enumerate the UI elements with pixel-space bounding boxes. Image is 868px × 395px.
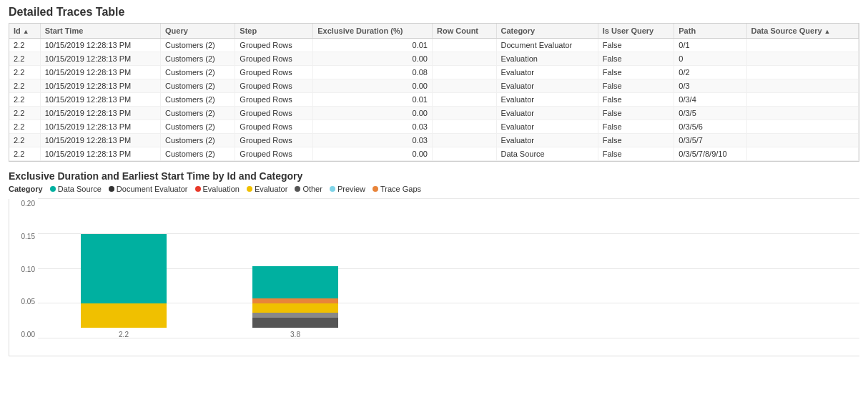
table-cell: 0/3/5/6 bbox=[674, 120, 746, 134]
table-cell: Document Evaluator bbox=[496, 39, 598, 52]
table-cell: 0/1 bbox=[674, 39, 746, 52]
legend-dot bbox=[295, 186, 300, 192]
table-cell bbox=[746, 39, 858, 52]
table-row: 2.210/15/2019 12:28:13 PMCustomers (2)Gr… bbox=[9, 120, 859, 134]
table-cell: Grouped Rows bbox=[235, 52, 313, 66]
legend-item: Preview bbox=[330, 185, 365, 193]
table-cell: 2.2 bbox=[9, 147, 40, 161]
table-cell: 0.08 bbox=[313, 66, 433, 79]
table-cell: False bbox=[598, 52, 674, 66]
table-cell: 10/15/2019 12:28:13 PM bbox=[40, 39, 160, 52]
col-query[interactable]: Query bbox=[161, 24, 235, 39]
legend-label: Evaluator bbox=[255, 185, 287, 193]
table-cell bbox=[432, 39, 496, 52]
col-exclusive-duration[interactable]: Exclusive Duration (%) bbox=[313, 24, 433, 39]
table-cell: False bbox=[598, 120, 674, 134]
col-start-time[interactable]: Start Time bbox=[40, 24, 160, 39]
chart-title: Exclusive Duration and Earliest Start Ti… bbox=[9, 170, 859, 182]
table-cell: False bbox=[598, 39, 674, 52]
bar-segment bbox=[252, 318, 338, 328]
table-cell: False bbox=[598, 66, 674, 79]
col-data-source-query[interactable]: Data Source Query ▲ bbox=[746, 24, 858, 39]
legend-dot bbox=[109, 186, 114, 192]
table-cell: 0.03 bbox=[313, 120, 433, 134]
table-cell: 10/15/2019 12:28:13 PM bbox=[40, 134, 160, 147]
legend-item: Trace Gaps bbox=[373, 185, 421, 193]
table-cell bbox=[746, 79, 858, 93]
table-cell: 2.2 bbox=[9, 79, 40, 93]
table-wrapper[interactable]: Id ▲ Start Time Query Step Exclusive Dur… bbox=[9, 23, 859, 162]
col-id[interactable]: Id ▲ bbox=[9, 24, 40, 39]
legend-item: Other bbox=[295, 185, 322, 193]
table-cell: Customers (2) bbox=[161, 120, 235, 134]
table-cell: Grouped Rows bbox=[235, 66, 313, 79]
table-cell: 0/3/5/7/8/9/10 bbox=[674, 147, 746, 161]
table-cell bbox=[432, 147, 496, 161]
legend-item: Evaluator bbox=[247, 185, 287, 193]
table-row: 2.210/15/2019 12:28:13 PMCustomers (2)Gr… bbox=[9, 79, 859, 93]
table-cell: Evaluator bbox=[496, 107, 598, 120]
table-cell: Customers (2) bbox=[161, 52, 235, 66]
table-cell bbox=[432, 120, 496, 134]
bar-segment bbox=[81, 234, 167, 303]
table-cell: 10/15/2019 12:28:13 PM bbox=[40, 107, 160, 120]
bar-group: 2.2 bbox=[81, 234, 167, 338]
col-category[interactable]: Category bbox=[496, 24, 598, 39]
legend-label: Evaluation bbox=[203, 185, 240, 193]
table-cell bbox=[746, 134, 858, 147]
legend-dot bbox=[373, 186, 378, 192]
table-cell: 10/15/2019 12:28:13 PM bbox=[40, 52, 160, 66]
legend-label: Data Source bbox=[58, 185, 102, 193]
col-is-user-query[interactable]: Is User Query bbox=[598, 24, 674, 39]
col-step[interactable]: Step bbox=[235, 24, 313, 39]
legend-item: Document Evaluator bbox=[109, 185, 188, 193]
legend-label: Preview bbox=[337, 185, 365, 193]
table-cell: Grouped Rows bbox=[235, 93, 313, 107]
table-cell: 0.03 bbox=[313, 134, 433, 147]
table-cell bbox=[746, 66, 858, 79]
table-cell: Evaluator bbox=[496, 120, 598, 134]
y-label-4: 0.20 bbox=[9, 200, 35, 208]
col-path[interactable]: Path bbox=[674, 24, 746, 39]
table-cell: Evaluator bbox=[496, 93, 598, 107]
bar-stack bbox=[81, 234, 167, 328]
table-cell: Evaluator bbox=[496, 134, 598, 147]
y-label-0: 0.00 bbox=[9, 331, 35, 338]
table-cell: Grouped Rows bbox=[235, 134, 313, 147]
legend-dot bbox=[330, 186, 335, 192]
bar-segment bbox=[252, 303, 338, 313]
table-cell: 10/15/2019 12:28:13 PM bbox=[40, 79, 160, 93]
table-cell: 0.00 bbox=[313, 79, 433, 93]
col-row-count[interactable]: Row Count bbox=[432, 24, 496, 39]
legend-dot bbox=[50, 186, 56, 192]
table-cell: 0.00 bbox=[313, 147, 433, 161]
table-cell: 0/3/5/7 bbox=[674, 134, 746, 147]
legend-dot bbox=[247, 186, 252, 192]
legend-item: Evaluation bbox=[195, 185, 240, 193]
table-cell: Evaluator bbox=[496, 66, 598, 79]
table-cell bbox=[746, 52, 858, 66]
table-cell: Grouped Rows bbox=[235, 107, 313, 120]
table-cell: Evaluator bbox=[496, 79, 598, 93]
table-cell: 0/3 bbox=[674, 79, 746, 93]
table-cell: False bbox=[598, 79, 674, 93]
y-label-2: 0.10 bbox=[9, 266, 35, 273]
chart-area: 0.00 0.05 0.10 0.15 0.20 2.23.8 bbox=[9, 199, 859, 356]
table-cell: 0/3/4 bbox=[674, 93, 746, 107]
table-cell: Grouped Rows bbox=[235, 147, 313, 161]
legend-items: Data SourceDocument EvaluatorEvaluationE… bbox=[50, 185, 421, 193]
table-row: 2.210/15/2019 12:28:13 PMCustomers (2)Gr… bbox=[9, 147, 859, 161]
y-label-3: 0.15 bbox=[9, 233, 35, 240]
legend-item: Data Source bbox=[50, 185, 102, 193]
bar-stack bbox=[252, 266, 338, 328]
table-cell: Grouped Rows bbox=[235, 79, 313, 93]
table-cell: 0 bbox=[674, 52, 746, 66]
table-cell: Customers (2) bbox=[161, 79, 235, 93]
bar-segment bbox=[81, 303, 167, 328]
table-cell: 10/15/2019 12:28:13 PM bbox=[40, 120, 160, 134]
legend-dot bbox=[195, 186, 201, 192]
table-cell bbox=[432, 107, 496, 120]
table-cell: 0.00 bbox=[313, 107, 433, 120]
data-table: Id ▲ Start Time Query Step Exclusive Dur… bbox=[9, 24, 859, 161]
table-cell: 10/15/2019 12:28:13 PM bbox=[40, 147, 160, 161]
